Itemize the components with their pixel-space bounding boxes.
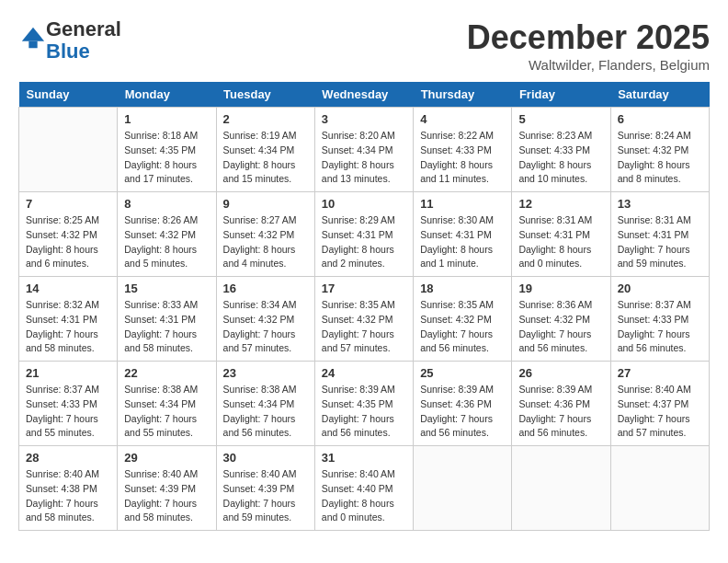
day-cell: 12Sunrise: 8:31 AM Sunset: 4:31 PM Dayli…	[512, 192, 610, 277]
logo-text: General Blue	[46, 18, 121, 63]
day-cell: 4Sunrise: 8:22 AM Sunset: 4:33 PM Daylig…	[414, 108, 512, 192]
day-number: 16	[223, 282, 308, 295]
day-cell: 9Sunrise: 8:27 AM Sunset: 4:32 PM Daylig…	[216, 192, 314, 277]
day-cell: 27Sunrise: 8:40 AM Sunset: 4:37 PM Dayli…	[610, 362, 709, 446]
day-number: 23	[223, 366, 308, 380]
day-info: Sunrise: 8:18 AM Sunset: 4:35 PM Dayligh…	[124, 129, 209, 187]
title-block: December 2025 Waltwilder, Flanders, Belg…	[467, 18, 710, 73]
day-number: 19	[518, 282, 603, 295]
day-number: 17	[322, 282, 406, 295]
calendar-header-row: SundayMondayTuesdayWednesdayThursdayFrid…	[19, 82, 710, 108]
header-cell-sunday: Sunday	[19, 82, 118, 108]
day-number: 31	[322, 451, 406, 465]
day-info: Sunrise: 8:31 AM Sunset: 4:31 PM Dayligh…	[518, 213, 603, 271]
day-number: 27	[618, 366, 702, 380]
location-subtitle: Waltwilder, Flanders, Belgium	[467, 57, 710, 73]
day-info: Sunrise: 8:32 AM Sunset: 4:31 PM Dayligh…	[26, 298, 110, 356]
day-info: Sunrise: 8:35 AM Sunset: 4:32 PM Dayligh…	[322, 298, 406, 356]
page-header: General Blue December 2025 Waltwilder, F…	[18, 18, 710, 73]
day-cell: 30Sunrise: 8:40 AM Sunset: 4:39 PM Dayli…	[216, 446, 314, 531]
day-number: 25	[420, 366, 505, 380]
logo: General Blue	[18, 18, 121, 63]
header-cell-monday: Monday	[118, 82, 216, 108]
week-row-2: 14Sunrise: 8:32 AM Sunset: 4:31 PM Dayli…	[19, 277, 710, 362]
day-info: Sunrise: 8:38 AM Sunset: 4:34 PM Dayligh…	[223, 383, 308, 441]
day-info: Sunrise: 8:33 AM Sunset: 4:31 PM Dayligh…	[124, 298, 209, 356]
day-number: 1	[124, 112, 209, 126]
header-cell-saturday: Saturday	[610, 82, 709, 108]
day-cell: 23Sunrise: 8:38 AM Sunset: 4:34 PM Dayli…	[216, 362, 314, 446]
day-cell: 28Sunrise: 8:40 AM Sunset: 4:38 PM Dayli…	[19, 446, 118, 531]
day-cell: 15Sunrise: 8:33 AM Sunset: 4:31 PM Dayli…	[118, 277, 216, 362]
day-number: 14	[26, 282, 110, 295]
month-title: December 2025	[467, 18, 710, 57]
day-cell: 10Sunrise: 8:29 AM Sunset: 4:31 PM Dayli…	[314, 192, 413, 277]
calendar-table: SundayMondayTuesdayWednesdayThursdayFrid…	[18, 82, 710, 531]
day-number: 22	[124, 366, 209, 380]
header-cell-thursday: Thursday	[414, 82, 512, 108]
day-cell: 31Sunrise: 8:40 AM Sunset: 4:40 PM Dayli…	[314, 446, 413, 531]
day-number: 13	[618, 197, 702, 211]
day-info: Sunrise: 8:31 AM Sunset: 4:31 PM Dayligh…	[618, 213, 702, 271]
day-info: Sunrise: 8:19 AM Sunset: 4:34 PM Dayligh…	[223, 129, 308, 187]
day-info: Sunrise: 8:24 AM Sunset: 4:32 PM Dayligh…	[618, 129, 702, 187]
week-row-3: 21Sunrise: 8:37 AM Sunset: 4:33 PM Dayli…	[19, 362, 710, 446]
day-info: Sunrise: 8:40 AM Sunset: 4:39 PM Dayligh…	[124, 467, 209, 525]
logo-icon	[20, 26, 46, 52]
day-number: 11	[420, 197, 505, 211]
day-number: 29	[124, 451, 209, 465]
day-cell: 20Sunrise: 8:37 AM Sunset: 4:33 PM Dayli…	[610, 277, 709, 362]
day-number: 10	[322, 197, 406, 211]
day-info: Sunrise: 8:35 AM Sunset: 4:32 PM Dayligh…	[420, 298, 505, 356]
day-cell	[610, 446, 709, 531]
day-number: 30	[223, 451, 308, 465]
day-info: Sunrise: 8:26 AM Sunset: 4:32 PM Dayligh…	[124, 213, 209, 271]
day-cell: 8Sunrise: 8:26 AM Sunset: 4:32 PM Daylig…	[118, 192, 216, 277]
day-number: 21	[26, 366, 110, 380]
svg-marker-0	[22, 28, 44, 41]
day-cell: 14Sunrise: 8:32 AM Sunset: 4:31 PM Dayli…	[19, 277, 118, 362]
calendar-body: 1Sunrise: 8:18 AM Sunset: 4:35 PM Daylig…	[19, 108, 710, 531]
week-row-4: 28Sunrise: 8:40 AM Sunset: 4:38 PM Dayli…	[19, 446, 710, 531]
day-cell: 29Sunrise: 8:40 AM Sunset: 4:39 PM Dayli…	[118, 446, 216, 531]
day-cell: 1Sunrise: 8:18 AM Sunset: 4:35 PM Daylig…	[118, 108, 216, 192]
day-info: Sunrise: 8:40 AM Sunset: 4:38 PM Dayligh…	[26, 467, 110, 525]
day-number: 18	[420, 282, 505, 295]
day-cell: 3Sunrise: 8:20 AM Sunset: 4:34 PM Daylig…	[314, 108, 413, 192]
day-info: Sunrise: 8:27 AM Sunset: 4:32 PM Dayligh…	[223, 213, 308, 271]
day-cell: 22Sunrise: 8:38 AM Sunset: 4:34 PM Dayli…	[118, 362, 216, 446]
day-number: 20	[618, 282, 702, 295]
day-info: Sunrise: 8:39 AM Sunset: 4:35 PM Dayligh…	[322, 383, 406, 441]
day-info: Sunrise: 8:36 AM Sunset: 4:32 PM Dayligh…	[518, 298, 603, 356]
day-number: 4	[420, 112, 505, 126]
day-number: 7	[26, 197, 110, 211]
day-cell: 24Sunrise: 8:39 AM Sunset: 4:35 PM Dayli…	[314, 362, 413, 446]
day-info: Sunrise: 8:30 AM Sunset: 4:31 PM Dayligh…	[420, 213, 505, 271]
day-info: Sunrise: 8:38 AM Sunset: 4:34 PM Dayligh…	[124, 383, 209, 441]
day-cell: 13Sunrise: 8:31 AM Sunset: 4:31 PM Dayli…	[610, 192, 709, 277]
logo-general: General	[46, 17, 121, 40]
day-number: 28	[26, 451, 110, 465]
header-cell-tuesday: Tuesday	[216, 82, 314, 108]
day-number: 3	[322, 112, 406, 126]
day-cell	[512, 446, 610, 531]
day-cell: 6Sunrise: 8:24 AM Sunset: 4:32 PM Daylig…	[610, 108, 709, 192]
svg-rect-1	[28, 41, 37, 48]
day-info: Sunrise: 8:25 AM Sunset: 4:32 PM Dayligh…	[26, 213, 110, 271]
day-info: Sunrise: 8:23 AM Sunset: 4:33 PM Dayligh…	[518, 129, 603, 187]
day-cell: 19Sunrise: 8:36 AM Sunset: 4:32 PM Dayli…	[512, 277, 610, 362]
week-row-1: 7Sunrise: 8:25 AM Sunset: 4:32 PM Daylig…	[19, 192, 710, 277]
day-info: Sunrise: 8:37 AM Sunset: 4:33 PM Dayligh…	[618, 298, 702, 356]
day-number: 12	[518, 197, 603, 211]
day-cell	[19, 108, 118, 192]
day-info: Sunrise: 8:34 AM Sunset: 4:32 PM Dayligh…	[223, 298, 308, 356]
day-cell: 26Sunrise: 8:39 AM Sunset: 4:36 PM Dayli…	[512, 362, 610, 446]
day-number: 8	[124, 197, 209, 211]
day-cell: 21Sunrise: 8:37 AM Sunset: 4:33 PM Dayli…	[19, 362, 118, 446]
day-number: 24	[322, 366, 406, 380]
day-number: 9	[223, 197, 308, 211]
day-info: Sunrise: 8:39 AM Sunset: 4:36 PM Dayligh…	[518, 383, 603, 441]
day-info: Sunrise: 8:40 AM Sunset: 4:40 PM Dayligh…	[322, 467, 406, 525]
day-info: Sunrise: 8:37 AM Sunset: 4:33 PM Dayligh…	[26, 383, 110, 441]
day-info: Sunrise: 8:40 AM Sunset: 4:37 PM Dayligh…	[618, 383, 702, 441]
